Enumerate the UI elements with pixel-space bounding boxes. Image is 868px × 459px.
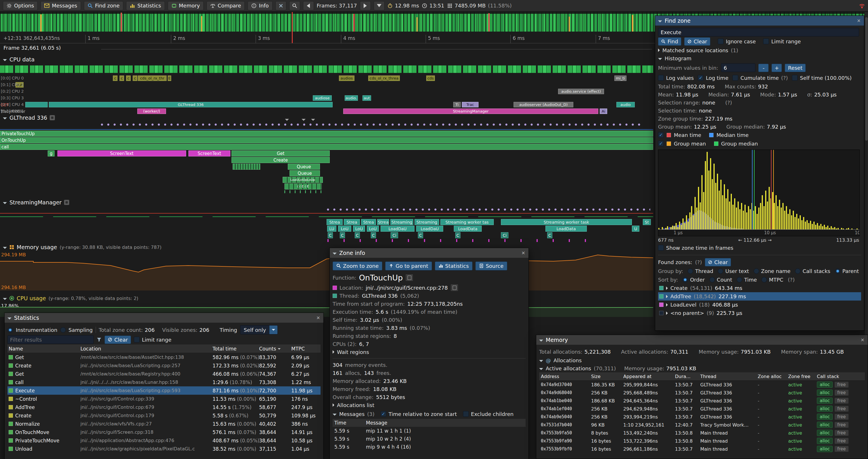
zone-time-histogram[interactable]: 1 µs10 µs100 µs [658,150,860,236]
close-icon[interactable] [520,250,527,256]
collapse-icon[interactable] [333,414,337,416]
messages-button[interactable]: Messages [40,1,81,10]
streaming-zone[interactable]: Strea [327,219,343,225]
group-by-option[interactable]: Call stacks [795,268,830,274]
streaming-zone[interactable]: Strea [377,219,389,225]
stats-table-row[interactable]: call jni/../jni/../../../src/claw/base/L… [7,378,320,386]
stats-table-row[interactable]: Get /mnt/e/claw/src/claw/base/AssetDict.… [7,353,320,361]
streaming-zone[interactable]: LoadData [546,226,587,232]
instrumentation-radio[interactable] [7,327,13,333]
message-row[interactable]: 5.59 smip 9 w 4 h 4 (16) [333,443,526,451]
allocation-row[interactable]: 0x74ab1ef040 256 KB 294,629,948ns 13:50.… [539,405,865,413]
close-icon[interactable] [315,314,322,321]
relative-time-checkbox[interactable] [380,411,386,417]
allocation-row[interactable]: 0x74ab9e5040 256 KB 293,994,219ns 13:50.… [539,413,865,421]
memory-window-titlebar[interactable]: Memory [536,335,868,345]
tools-button[interactable] [275,1,286,10]
funnel-icon[interactable] [96,337,102,342]
streaming-zone[interactable]: C [418,232,423,238]
memory-button[interactable]: Memory [168,1,204,10]
help-badge[interactable]: (?) [725,100,732,106]
glthread-zone[interactable]: Queue [288,164,320,170]
cpu-zone[interactable]: c [133,75,137,81]
glthread-zone[interactable]: PrivateTouchUp [0,131,653,137]
go-to-parent-button[interactable]: Go to parent [385,262,432,270]
limit-range-checkbox[interactable] [134,337,140,342]
free-callstack-button[interactable]: free [834,405,849,412]
streaming-header[interactable]: StreamingManager [3,199,69,205]
message-marker-icon[interactable] [311,119,315,121]
draw-group-checkbox[interactable] [658,141,664,146]
stats-table-header[interactable]: Name Location Total time Counts MTPC [7,345,320,353]
group-by-option[interactable]: User text [718,268,749,274]
info-button[interactable]: Info [248,1,272,10]
ignore-case-checkbox[interactable] [718,38,723,44]
glthread-zone[interactable]: call [0,144,653,150]
cpu-zone[interactable]: cds [426,75,435,81]
free-callstack-button[interactable]: free [834,438,849,444]
allocations-section-toggle[interactable]: @ Allocations [539,356,865,364]
streaming-zone[interactable]: LoadDaU [416,226,443,232]
cpu-zone[interactable]: E [168,75,171,81]
statistics-button[interactable]: Statistics [126,1,164,10]
glthread-zone[interactable]: OnTouchUp [0,137,653,143]
glthread-zone[interactable]: Queue [289,170,320,176]
streaming-zone[interactable]: C [455,232,460,238]
copy-icon[interactable] [451,284,458,291]
streaming-zone[interactable]: Strea [344,219,360,225]
compare-button[interactable]: Compare [207,1,245,10]
find-zone-button[interactable]: Find zone [84,1,124,10]
clear-found-button[interactable]: Clear [705,258,731,266]
col-appeared-at[interactable]: Appeared at [623,374,675,379]
bin-decrease-button[interactable]: - [758,64,769,72]
sampling-radio[interactable] [60,327,66,333]
streaming-message-dots[interactable] [327,208,650,211]
group-by-option[interactable]: Zone name [754,268,791,274]
thread-options-icon[interactable] [64,200,69,205]
cpu-zone[interactable]: aut [363,95,371,101]
options-button[interactable]: Options [3,1,38,10]
timing-combo[interactable]: Self only [240,325,278,334]
streaming-zone[interactable]: LoadData [454,226,482,232]
col-call-stack[interactable]: Call stack [817,374,863,379]
memory-plot-header[interactable]: Memory usage (y-range: 30.88 KB, visible… [3,244,161,250]
stats-table-row[interactable]: Normalize jni/../jni/src/claw/vfs/Vfs.cp… [7,420,320,428]
prev-frame-button[interactable] [303,1,314,10]
close-icon[interactable] [859,336,866,343]
cpu-plot-header[interactable]: CPU usage (y-range: 0.78%, visible data … [3,295,138,301]
streaming-zone[interactable]: Strea [361,219,376,225]
col-counts[interactable]: Counts [259,346,291,352]
zoom-to-zone-button[interactable]: Zoom to zone [333,262,382,270]
alloc-callstack-button[interactable]: alloc [817,414,833,420]
sort-by-option[interactable]: Time [737,277,757,283]
stats-table-row[interactable]: AddTree jni/../jni/src/guif/Control.cpp:… [7,403,320,412]
allocations-list-toggle[interactable]: Allocations list [333,401,526,409]
scrollbar-thumb[interactable] [865,17,868,141]
allocation-row[interactable]: 0x7553b9fbf0 16 bytes 296,661,186ns 13:5… [539,445,865,453]
stats-table-row[interactable]: OnTouchMove jni/../jni/src/guif/Screen.c… [7,428,320,436]
log-time-checkbox[interactable] [698,75,704,81]
active-allocations-toggle[interactable]: Active allocations (70,311) Memory usage… [539,364,865,372]
copy-icon[interactable] [405,274,413,281]
sort-by-option[interactable]: MTPC [762,277,783,283]
alloc-callstack-button[interactable]: alloc [817,382,833,388]
bin-increase-button[interactable]: + [772,64,782,72]
glthread-header[interactable]: GLThread 336 [3,114,55,121]
free-callstack-button[interactable]: free [834,382,849,388]
free-callstack-button[interactable]: free [834,390,849,396]
location-value[interactable]: jni/../jni/src/guif/Screen.cpp:278 [366,285,448,291]
cpu-zone[interactable]: c [126,75,131,81]
reset-button[interactable]: Reset [785,64,805,72]
glthread-zone[interactable]: ScreenText [188,151,230,157]
exclude-children-checkbox[interactable] [463,411,469,417]
clear-button[interactable]: Clear [684,37,710,46]
self-time-checkbox[interactable] [792,75,798,81]
zone-statistics-button[interactable]: Statistics [435,262,472,270]
cpu-zone[interactable]: StreamingManager [343,108,598,114]
memory-table-header[interactable]: Address Size Appeared at Dura... Thread … [539,372,865,381]
cumulate-time-checkbox[interactable] [733,75,738,81]
cpu-zone[interactable]: Trac [462,102,478,107]
message-row[interactable]: 5.59 smip 10 w 2 h 2 (4) [333,435,526,443]
stats-table-row[interactable]: PrivateTouchMove jni/../jni/application/… [7,436,320,445]
cpu-zone[interactable]: Ti [453,102,461,107]
